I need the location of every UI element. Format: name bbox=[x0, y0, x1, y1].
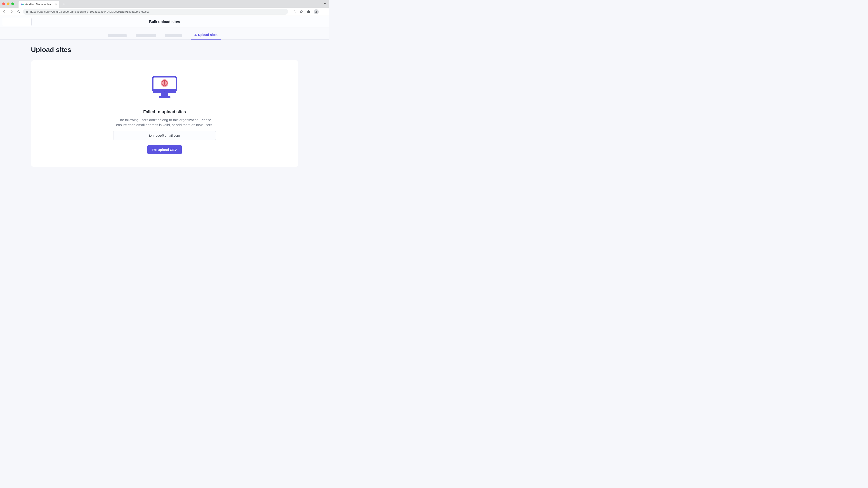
address-bar[interactable]: https://app.safetyculture.com/organisati… bbox=[23, 9, 288, 15]
extensions-icon[interactable] bbox=[307, 10, 311, 14]
url-text: https://app.safetyculture.com/organisati… bbox=[30, 10, 149, 13]
svg-rect-2 bbox=[26, 11, 28, 13]
error-description: The following users don't belong to this… bbox=[113, 118, 217, 128]
step-2[interactable] bbox=[135, 30, 156, 39]
window-close-icon[interactable] bbox=[2, 2, 5, 5]
upload-result-card: Failed to upload sites The following use… bbox=[31, 60, 298, 167]
step-3[interactable] bbox=[165, 30, 182, 39]
forward-button[interactable] bbox=[9, 10, 13, 14]
svg-point-3 bbox=[316, 11, 317, 12]
svg-point-12 bbox=[164, 84, 165, 85]
window-controls bbox=[2, 2, 14, 5]
svg-point-8 bbox=[164, 91, 165, 92]
new-tab-button[interactable]: + bbox=[61, 1, 67, 7]
app-header: Bulk upload sites bbox=[0, 16, 329, 28]
tab-favicon-icon bbox=[21, 3, 24, 6]
chrome-menu-icon[interactable] bbox=[322, 10, 326, 14]
step-active-label: 4. Upload sites bbox=[194, 33, 217, 37]
stepper: 4. Upload sites bbox=[0, 28, 329, 39]
tab-close-icon[interactable]: × bbox=[55, 2, 57, 6]
bookmark-star-icon[interactable] bbox=[299, 10, 303, 14]
browser-toolbar: https://app.safetyculture.com/organisati… bbox=[0, 8, 329, 16]
window-zoom-icon[interactable] bbox=[11, 2, 14, 5]
svg-rect-6 bbox=[161, 93, 168, 96]
share-icon[interactable] bbox=[292, 10, 296, 14]
main-content: Upload sites Failed to upload sites The … bbox=[0, 39, 329, 176]
step-4-active[interactable]: 4. Upload sites bbox=[191, 30, 221, 39]
browser-tab[interactable]: iAuditor: Manage Teams and In × bbox=[19, 1, 59, 8]
page-header-title: Bulk upload sites bbox=[149, 20, 180, 24]
tab-strip: iAuditor: Manage Teams and In × + bbox=[0, 0, 329, 8]
logo-placeholder bbox=[3, 18, 32, 26]
svg-rect-7 bbox=[159, 96, 170, 98]
tab-title: iAuditor: Manage Teams and In bbox=[25, 3, 54, 6]
svg-point-1 bbox=[22, 4, 24, 5]
reupload-csv-button[interactable]: Re-upload CSV bbox=[147, 145, 182, 154]
invalid-email-item: johndoe@gmail.com bbox=[113, 131, 216, 140]
profile-avatar-icon[interactable] bbox=[314, 9, 319, 14]
lock-icon bbox=[26, 10, 29, 13]
page-title: Upload sites bbox=[31, 46, 298, 54]
back-button[interactable] bbox=[2, 10, 6, 14]
toolbar-right bbox=[292, 9, 326, 14]
browser-chrome: iAuditor: Manage Teams and In × + https:… bbox=[0, 0, 329, 16]
nav-buttons bbox=[2, 10, 21, 14]
reload-button[interactable] bbox=[17, 10, 21, 14]
step-1[interactable] bbox=[108, 30, 127, 39]
tabs-overflow-icon[interactable] bbox=[324, 2, 327, 6]
error-illustration-icon bbox=[152, 76, 177, 99]
window-minimize-icon[interactable] bbox=[7, 2, 9, 5]
error-title: Failed to upload sites bbox=[143, 109, 186, 114]
